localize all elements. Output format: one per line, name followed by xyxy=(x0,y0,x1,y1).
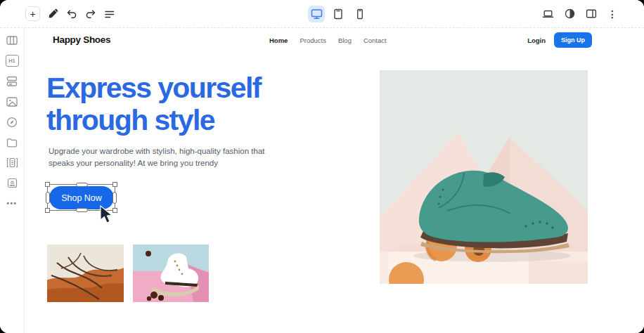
selection-handle-bottom[interactable] xyxy=(76,208,88,212)
nav-blog[interactable]: Blog xyxy=(338,37,352,44)
heading-h1-icon[interactable]: H1 xyxy=(6,55,19,67)
hero-heading-line2: through style xyxy=(46,104,214,136)
preview-button[interactable] xyxy=(542,9,554,19)
hero-heading[interactable]: Express yourself through style xyxy=(46,72,261,136)
hero-subtitle-line1: Upgrade your wardrobe with stylish, high… xyxy=(49,147,264,155)
carousel-icon[interactable] xyxy=(6,157,18,169)
toolbar-right-group: ⋮ xyxy=(542,0,617,27)
desktop-icon xyxy=(311,8,323,20)
app-window: + xyxy=(0,0,644,333)
nav-home[interactable]: Home xyxy=(269,37,288,44)
image-icon[interactable] xyxy=(6,96,18,107)
thumbnail-leather-shoes[interactable] xyxy=(47,244,124,302)
redo-button[interactable] xyxy=(85,9,96,19)
selection-handle-left[interactable] xyxy=(46,192,50,204)
laptop-icon xyxy=(542,9,554,19)
side-panel-button[interactable] xyxy=(586,8,597,19)
hero-heading-line1: Express yourself xyxy=(46,72,261,104)
site-nav: Home Products Blog Contact xyxy=(269,28,387,52)
mouse-cursor-icon xyxy=(98,205,115,225)
device-tablet-button[interactable] xyxy=(330,6,347,22)
selection-handle-right[interactable] xyxy=(112,192,117,204)
hero-subtitle-line2: speaks your personality! At we bring you… xyxy=(49,159,218,167)
nav-products[interactable]: Products xyxy=(300,37,326,44)
device-phone-button[interactable] xyxy=(352,6,368,22)
edit-button[interactable] xyxy=(48,8,58,19)
toolbar-left-group: + xyxy=(25,0,115,27)
device-switcher xyxy=(308,0,368,27)
main-area: H1 ••• xyxy=(0,28,644,333)
layers-list-icon xyxy=(104,9,115,19)
selection-handle-top[interactable] xyxy=(76,183,88,187)
sections-icon[interactable] xyxy=(6,75,18,87)
login-link[interactable]: Login xyxy=(527,37,546,44)
design-canvas[interactable]: Happy Shoes Home Products Blog Contact L… xyxy=(25,28,644,333)
thumbnail-ice-skate[interactable] xyxy=(133,244,209,302)
selection-handle-bottom-left[interactable] xyxy=(45,208,50,213)
tablet-icon xyxy=(333,8,344,20)
add-button[interactable]: + xyxy=(25,6,40,21)
device-desktop-button[interactable] xyxy=(308,6,325,22)
selection-handle-top-left[interactable] xyxy=(45,182,50,187)
folder-icon[interactable] xyxy=(6,136,18,148)
signup-button[interactable]: Sign Up xyxy=(554,32,592,48)
hero-image-teal-shoe[interactable] xyxy=(380,70,588,284)
columns-icon[interactable] xyxy=(6,34,18,46)
compass-icon[interactable] xyxy=(6,116,18,128)
site-header: Happy Shoes Home Products Blog Contact L… xyxy=(25,28,644,52)
h1-label: H1 xyxy=(8,58,15,64)
sidebar-more-button[interactable]: ••• xyxy=(6,197,18,209)
overflow-menu-button[interactable]: ⋮ xyxy=(607,8,617,20)
side-panel-icon xyxy=(586,8,597,19)
layers-button[interactable] xyxy=(104,9,115,19)
site-logo[interactable]: Happy Shoes xyxy=(53,34,110,45)
theme-toggle-button[interactable] xyxy=(565,8,575,19)
pencil-icon xyxy=(48,8,58,19)
nav-contact[interactable]: Contact xyxy=(363,37,387,44)
selection-handle-top-right[interactable] xyxy=(112,182,117,187)
contrast-icon xyxy=(565,8,575,19)
undo-button[interactable] xyxy=(66,9,77,19)
redo-icon xyxy=(85,9,96,19)
kebab-menu-icon: ⋮ xyxy=(607,8,617,20)
top-toolbar: + xyxy=(0,0,644,28)
auth-group: Login Sign Up xyxy=(527,28,592,52)
elements-sidebar: H1 ••• xyxy=(0,28,25,333)
hero-subtitle[interactable]: Upgrade your wardrobe with stylish, high… xyxy=(49,145,264,169)
more-icon: ••• xyxy=(6,200,17,207)
phone-icon xyxy=(354,8,366,20)
undo-icon xyxy=(66,9,77,19)
add-icon: + xyxy=(30,9,35,19)
form-icon[interactable] xyxy=(6,177,18,189)
